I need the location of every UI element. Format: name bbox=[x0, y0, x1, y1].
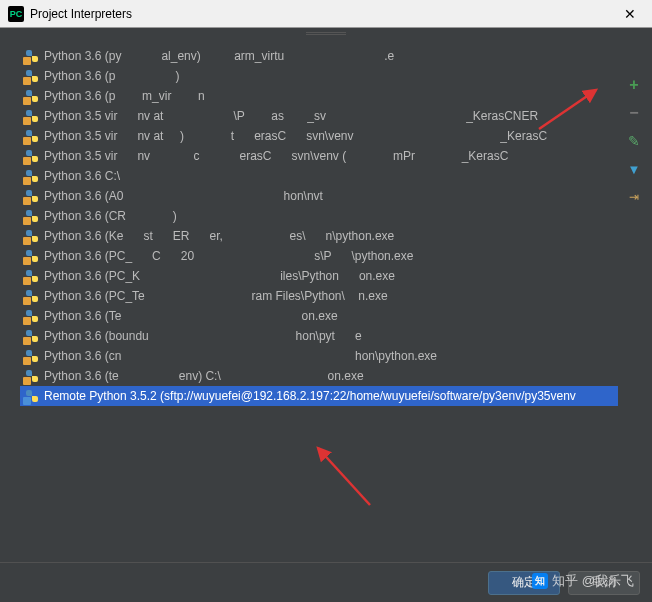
interpreter-label: Python 3.6 (CR ) bbox=[44, 209, 337, 223]
interpreter-label: Python 3.6 (Te on.exe bbox=[44, 309, 338, 323]
interpreter-label: Python 3.6 (Ke st ER er, es\ n\python.ex… bbox=[44, 229, 394, 243]
interpreter-label: Python 3.5 vir nv at \P as _sv _KerasCNE… bbox=[44, 109, 538, 123]
interpreter-label: Python 3.6 (py al_env) arm_virtu .e bbox=[44, 49, 394, 63]
interpreter-label: Python 3.6 (p ) bbox=[44, 69, 179, 83]
cancel-button[interactable]: 取消 bbox=[568, 571, 640, 595]
edit-button[interactable]: ✎ bbox=[625, 132, 643, 150]
interpreter-label: Python 3.5 vir nv c erasC svn\venv ( mPr… bbox=[44, 149, 508, 163]
interpreter-item[interactable]: Python 3.6 (py al_env) arm_virtu .e bbox=[20, 46, 618, 66]
python-icon bbox=[24, 368, 40, 384]
interpreter-item[interactable]: Python 3.6 (boundu hon\pyt e bbox=[20, 326, 618, 346]
interpreter-item[interactable]: Python 3.6 (PC_K iles\Python on.exe bbox=[20, 266, 618, 286]
interpreter-item[interactable]: Remote Python 3.5.2 (sftp://wuyuefei@192… bbox=[20, 386, 618, 406]
interpreter-item[interactable]: Python 3.6 C:\ bbox=[20, 166, 618, 186]
add-button[interactable]: + bbox=[625, 76, 643, 94]
interpreter-label: Python 3.6 C:\ bbox=[44, 169, 294, 183]
interpreter-label: Python 3.5 vir nv at ) t erasC svn\venv … bbox=[44, 129, 547, 143]
button-bar: 确定 取消 bbox=[0, 562, 652, 602]
python-icon bbox=[24, 268, 40, 284]
python-icon bbox=[24, 288, 40, 304]
pycharm-icon: PC bbox=[8, 6, 24, 22]
python-icon bbox=[24, 208, 40, 224]
interpreter-label: Python 3.6 (te env) C:\ on.exe bbox=[44, 369, 364, 383]
interpreter-label: Python 3.6 (PC_Te ram Files\Python\ n.ex… bbox=[44, 289, 388, 303]
interpreter-item[interactable]: Python 3.6 (p m_vir n bbox=[20, 86, 618, 106]
python-icon bbox=[24, 248, 40, 264]
content-area: Python 3.6 (py al_env) arm_virtu .ePytho… bbox=[0, 28, 652, 562]
interpreter-item[interactable]: Python 3.6 (te env) C:\ on.exe bbox=[20, 366, 618, 386]
interpreter-list[interactable]: Python 3.6 (py al_env) arm_virtu .ePytho… bbox=[20, 46, 618, 554]
python-icon bbox=[24, 188, 40, 204]
close-button[interactable]: ✕ bbox=[616, 0, 644, 28]
interpreter-label: Python 3.6 (boundu hon\pyt e bbox=[44, 329, 362, 343]
interpreter-label: Python 3.6 (A0 hon\nvt bbox=[44, 189, 343, 203]
python-icon bbox=[24, 228, 40, 244]
python-icon bbox=[24, 128, 40, 144]
python-icon bbox=[24, 68, 40, 84]
interpreter-item[interactable]: Python 3.6 (Te on.exe bbox=[20, 306, 618, 326]
python-icon bbox=[24, 48, 40, 64]
interpreter-item[interactable]: Python 3.6 (PC_Te ram Files\Python\ n.ex… bbox=[20, 286, 618, 306]
filter-button[interactable]: ▼ bbox=[625, 160, 643, 178]
interpreter-item[interactable]: Python 3.6 (p ) bbox=[20, 66, 618, 86]
title-bar: PC Project Interpreters ✕ bbox=[0, 0, 652, 28]
python-icon bbox=[24, 328, 40, 344]
interpreter-item[interactable]: Python 3.5 vir nv c erasC svn\venv ( mPr… bbox=[20, 146, 618, 166]
interpreter-item[interactable]: Python 3.6 (PC_ C 20 s\P \python.exe bbox=[20, 246, 618, 266]
expand-button[interactable]: ⇥ bbox=[625, 188, 643, 206]
interpreter-item[interactable]: Python 3.6 (CR ) bbox=[20, 206, 618, 226]
side-toolbar: + − ✎ ▼ ⇥ bbox=[622, 76, 646, 206]
interpreter-item[interactable]: Python 3.6 (Ke st ER er, es\ n\python.ex… bbox=[20, 226, 618, 246]
python-icon bbox=[24, 88, 40, 104]
interpreter-label: Python 3.6 (PC_ C 20 s\P \python.exe bbox=[44, 249, 413, 263]
python-icon bbox=[24, 148, 40, 164]
python-icon bbox=[24, 108, 40, 124]
interpreter-label: Python 3.6 (cn hon\python.exe bbox=[44, 349, 437, 363]
python-remote-icon bbox=[24, 388, 40, 404]
interpreter-item[interactable]: Python 3.5 vir nv at ) t erasC svn\venv … bbox=[20, 126, 618, 146]
interpreter-label: Python 3.6 (p m_vir n bbox=[44, 89, 205, 103]
interpreter-label: Python 3.6 (PC_K iles\Python on.exe bbox=[44, 269, 395, 283]
window-title: Project Interpreters bbox=[30, 7, 616, 21]
interpreter-item[interactable]: Python 3.6 (A0 hon\nvt bbox=[20, 186, 618, 206]
interpreter-label: Remote Python 3.5.2 (sftp://wuyuefei@192… bbox=[44, 389, 576, 403]
python-icon bbox=[24, 348, 40, 364]
interpreter-item[interactable]: Python 3.6 (cn hon\python.exe bbox=[20, 346, 618, 366]
interpreter-item[interactable]: Python 3.5 vir nv at \P as _sv _KerasCNE… bbox=[20, 106, 618, 126]
python-icon bbox=[24, 308, 40, 324]
drag-handle[interactable] bbox=[306, 32, 346, 35]
python-icon bbox=[24, 168, 40, 184]
remove-button[interactable]: − bbox=[625, 104, 643, 122]
ok-button[interactable]: 确定 bbox=[488, 571, 560, 595]
